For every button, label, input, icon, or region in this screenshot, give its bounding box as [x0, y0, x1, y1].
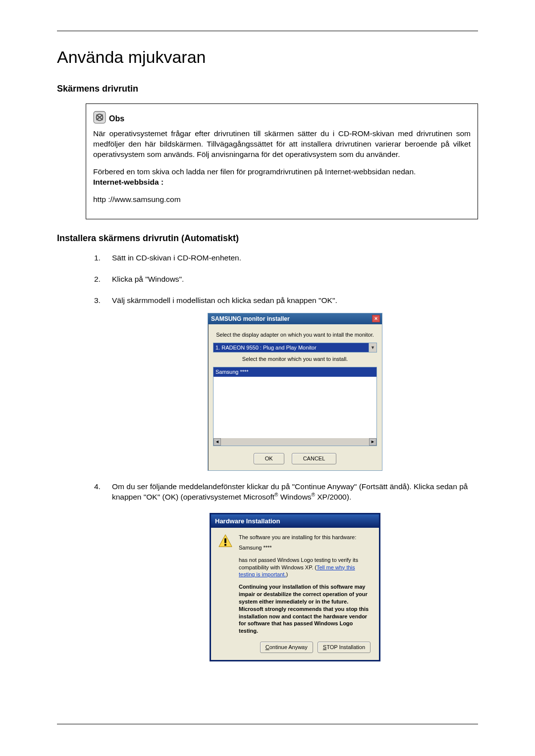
step-number: 2. [94, 274, 105, 285]
list-item[interactable]: Samsung **** [214, 367, 376, 377]
steps-list: 1. Sätt in CD-skivan i CD-ROM-enheten. 2… [94, 253, 478, 661]
note-paragraph-1: När operativsystemet frågar efter drivru… [93, 129, 471, 160]
hw-continue-rest: ontinue Anyway [269, 644, 308, 650]
installer-body: Select the display adapter on which you … [208, 324, 382, 470]
internet-website-label: Internet-webbsida : [93, 178, 163, 186]
installer-dialog: SAMSUNG monitor installer × Select the d… [208, 313, 382, 471]
note-p2-text: Förbered en tom skiva och ladda ner file… [93, 167, 416, 176]
note-paragraph-2: Förbered en tom skiva och ladda ner file… [93, 167, 471, 188]
step-3: 3. Välj skärmmodell i modellistan och kl… [94, 296, 478, 471]
hw-line2: has not passed Windows Logo testing to v… [239, 556, 372, 579]
adapter-selected: 1. RADEON 9550 : Plug and Play Monitor [214, 343, 369, 352]
step-2: 2. Klicka på "Windows". [94, 274, 478, 285]
stop-installation-button[interactable]: STOP Installation [318, 642, 371, 653]
bottom-rule [57, 724, 478, 724]
hw-body: The software you are installing for this… [211, 528, 379, 660]
installer-title: SAMSUNG monitor installer [211, 315, 290, 323]
step4-text-c: XP/2000). [315, 493, 351, 502]
step-text: Klicka på "Windows". [112, 274, 478, 285]
obs-label: Obs [109, 113, 124, 124]
ok-button[interactable]: OK [254, 453, 284, 464]
step4-text-b: Windows [278, 493, 311, 502]
svg-rect-4 [224, 544, 226, 546]
continue-anyway-button[interactable]: Continue Anyway [260, 642, 313, 653]
obs-heading: Obs [93, 111, 471, 124]
note-url: http ://www.samsung.com [93, 195, 471, 205]
hardware-installation-dialog: Hardware Installation The software you a… [210, 513, 380, 662]
step3-text: Välj skärmmodell i modellistan och klick… [112, 296, 337, 304]
hw-stop-rest: TOP Installation [326, 644, 365, 650]
close-icon[interactable]: × [372, 315, 380, 322]
svg-rect-3 [224, 538, 226, 543]
hw-line1: The software you are installing for this… [239, 534, 372, 541]
hw-content-row: The software you are installing for this… [218, 534, 372, 635]
step-1: 1. Sätt in CD-skivan i CD-ROM-enheten. [94, 253, 478, 263]
top-rule [57, 31, 478, 31]
step-4: 4. Om du ser följande meddelandefönster … [94, 482, 478, 662]
hw-bold-warning: Continuing your installation of this sof… [239, 583, 372, 635]
step-text: Om du ser följande meddelandefönster kli… [112, 482, 478, 662]
installer-msg2: Select the monitor which you want to ins… [213, 355, 377, 363]
hw-device: Samsung **** [239, 544, 372, 552]
scroll-right-icon[interactable]: ► [369, 438, 376, 446]
page-title: Använda mjukvaran [57, 46, 478, 69]
installer-titlebar: SAMSUNG monitor installer × [208, 313, 382, 324]
step-number: 3. [94, 296, 105, 471]
monitor-listbox[interactable]: Samsung **** ◄ ► [213, 367, 377, 446]
horizontal-scrollbar[interactable]: ◄ ► [214, 438, 376, 446]
note-box: Obs När operativsystemet frågar efter dr… [86, 103, 478, 219]
step-number: 4. [94, 482, 105, 662]
reg-mark-2: ® [312, 492, 315, 498]
hw-titlebar: Hardware Installation [211, 514, 379, 528]
section-monitor-driver: Skärmens drivrutin [57, 83, 478, 95]
step-number: 1. [94, 253, 105, 263]
hw-text: The software you are installing for this… [239, 534, 372, 635]
step-text: Sätt in CD-skivan i CD-ROM-enheten. [112, 253, 478, 263]
hw-line2b: ) [286, 571, 288, 577]
chevron-down-icon[interactable]: ▼ [369, 343, 376, 352]
scroll-left-icon[interactable]: ◄ [214, 438, 221, 446]
adapter-combobox[interactable]: 1. RADEON 9550 : Plug and Play Monitor ▼ [213, 343, 377, 353]
warning-icon [218, 534, 233, 549]
section-install-auto: Installera skärmens drivrutin (Automatis… [57, 232, 478, 244]
installer-buttons: OK CANCEL [213, 453, 377, 464]
note-icon [93, 111, 106, 124]
installer-msg1: Select the display adapter on which you … [213, 331, 377, 339]
step-text: Välj skärmmodell i modellistan och klick… [112, 296, 478, 471]
hw-buttons: Continue Anyway STOP Installation [218, 642, 372, 653]
cancel-button[interactable]: CANCEL [292, 453, 337, 464]
